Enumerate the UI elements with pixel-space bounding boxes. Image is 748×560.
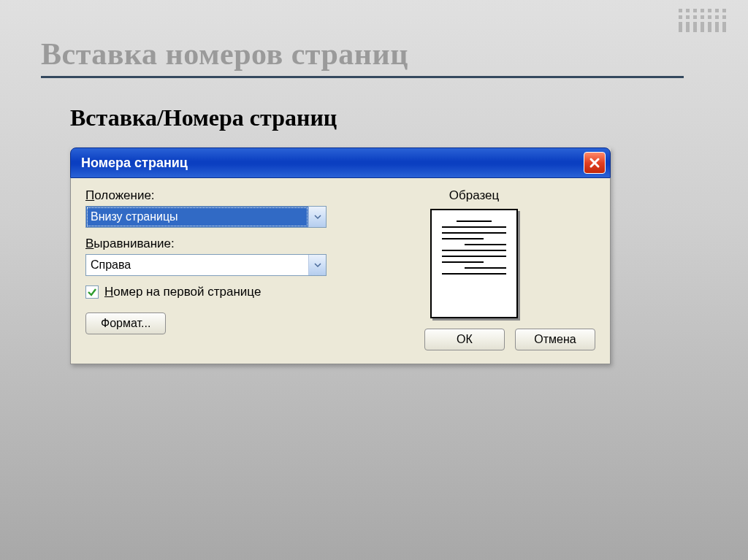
sample-preview — [430, 209, 518, 318]
chevron-down-icon — [314, 261, 321, 269]
alignment-combo[interactable]: Справа — [85, 254, 327, 276]
ok-button[interactable]: ОК — [424, 329, 505, 350]
position-combo-value: Внизу страницы — [86, 207, 308, 227]
position-label: Положение: — [85, 188, 327, 203]
titlebar-text: Номера страниц — [81, 156, 584, 171]
cancel-button[interactable]: Отмена — [515, 329, 595, 350]
slide-subheading: Вставка/Номера страниц — [70, 104, 707, 131]
firstpage-checkbox-label: Номер на первой странице — [104, 285, 261, 299]
format-button[interactable]: Формат... — [85, 312, 166, 334]
titlebar[interactable]: Номера страниц — [70, 147, 611, 178]
check-icon — [87, 287, 97, 297]
position-combo-button[interactable] — [308, 207, 326, 227]
decor-dots — [679, 9, 726, 32]
firstpage-checkbox[interactable] — [85, 285, 99, 299]
close-icon — [589, 157, 600, 169]
alignment-combo-button[interactable] — [308, 255, 326, 275]
close-button[interactable] — [584, 152, 606, 174]
dialog-page-numbers: Номера страниц Положение: Внизу страницы — [70, 147, 611, 364]
slide-heading: Вставка номеров страниц — [41, 37, 707, 72]
sample-label: Образец — [449, 188, 499, 203]
heading-rule — [41, 76, 684, 78]
alignment-combo-value: Справа — [86, 255, 308, 275]
alignment-label: Выравнивание: — [85, 237, 327, 251]
position-combo[interactable]: Внизу страницы — [85, 206, 327, 228]
chevron-down-icon — [314, 213, 321, 220]
